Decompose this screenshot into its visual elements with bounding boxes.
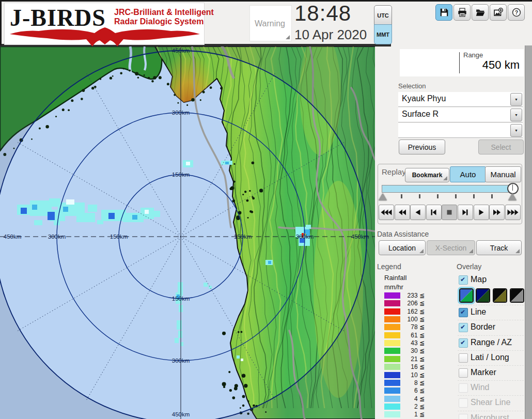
checked-checkbox[interactable] <box>459 275 468 285</box>
timeline-tick <box>455 194 457 198</box>
data-assistance-x-section-button[interactable]: X-Section <box>427 240 475 255</box>
window-left-edge <box>0 0 2 45</box>
replay-ff-fast-button[interactable] <box>489 205 505 220</box>
timeline-start-marker <box>379 193 387 200</box>
checked-checkbox[interactable] <box>459 323 468 332</box>
app-logo: J-BIRDS JRC-Brilliant & Intelligent Rada… <box>4 3 205 45</box>
legend-value: 206 ≦ <box>402 300 425 307</box>
open-folder-icon <box>476 8 485 17</box>
overlay-separator <box>458 335 524 336</box>
timezone-utc-button[interactable]: UTC <box>374 5 392 25</box>
timezone-mmt-button[interactable]: MMT <box>374 24 392 44</box>
replay-rew-fastest-button[interactable] <box>379 205 394 220</box>
replay-timeline-track[interactable] <box>382 185 517 193</box>
legend-row: 2 ≦ <box>384 404 428 410</box>
replay-auto-button[interactable]: Auto <box>450 166 486 182</box>
bookmark-button[interactable]: Bookmark <box>405 168 449 182</box>
legend-row: 30 ≦ <box>384 348 428 354</box>
legend-row: 10 ≦ <box>384 372 428 379</box>
legend-row: 43 ≦ <box>384 340 428 347</box>
unchecked-checkbox[interactable] <box>459 368 468 378</box>
data-assistance-label: Data Assistance <box>377 230 429 238</box>
legend-value: 1 ≦ <box>402 411 425 418</box>
unchecked-checkbox <box>459 383 468 393</box>
replay-play-forward-button[interactable] <box>474 205 489 220</box>
replay-timeline-handle[interactable] <box>507 183 519 194</box>
overlay-item-label: Map <box>471 275 487 284</box>
clock-time: 18:48 <box>294 1 351 26</box>
save-button[interactable] <box>435 4 452 21</box>
legend-color-swatch <box>384 387 400 394</box>
checked-checkbox[interactable] <box>459 338 468 348</box>
replay-label: Replay <box>382 167 406 176</box>
replay-step-back-button[interactable] <box>426 205 442 220</box>
overlay-item-map: Map <box>459 274 524 287</box>
range-label: Range <box>463 51 483 59</box>
chevron-down-icon[interactable] <box>510 124 522 137</box>
replay-manual-button[interactable]: Manual <box>485 166 521 182</box>
add-image-button[interactable] <box>490 4 507 21</box>
print-button[interactable] <box>453 4 471 21</box>
timeline-tick <box>419 194 420 198</box>
overlay-item-line: Line <box>459 307 524 319</box>
overlay-item-label: Microburst <box>471 413 509 419</box>
replay-play-back-button[interactable] <box>410 205 426 220</box>
ff-fastest-icon <box>507 209 519 216</box>
data-assistance-location-button[interactable]: Location <box>379 240 426 255</box>
chevron-down-icon[interactable] <box>510 93 522 106</box>
selection-product-dropdown[interactable]: Surface R <box>398 107 523 122</box>
legend-value: 8 ≦ <box>402 379 425 386</box>
legend-value: 43 ≦ <box>402 339 425 347</box>
map-style-swatches <box>459 287 524 303</box>
ff-fast-icon <box>491 209 503 216</box>
range-value: 450 km <box>482 58 520 72</box>
timeline-tick <box>401 194 402 198</box>
overlay-item-microburst: Microburst <box>459 413 524 419</box>
legend-color-swatch <box>384 348 400 354</box>
map-style-icon <box>460 289 473 302</box>
clock-date: 10 Apr 2020 <box>294 27 367 43</box>
data-assistance-track-button[interactable]: Track <box>476 240 522 255</box>
overlay-item-border: Border <box>459 322 524 334</box>
map-style-black-gray-swatch[interactable] <box>510 288 524 303</box>
legend-row: 4 ≦ <box>384 396 428 402</box>
select-button[interactable]: Select <box>478 139 524 154</box>
legend-row: 100 ≦ <box>384 316 428 323</box>
replay-ff-fastest-button[interactable] <box>505 205 521 220</box>
legend-value: 30 ≦ <box>402 347 425 354</box>
warning-button[interactable]: Warning <box>249 5 292 41</box>
help-button[interactable]: ? <box>508 4 525 21</box>
warning-label: Warning <box>255 19 285 28</box>
replay-rew-fast-button[interactable] <box>395 205 410 220</box>
map-style-dark-blue-green-swatch[interactable] <box>476 288 490 303</box>
legend-value: 2 ≦ <box>402 403 425 410</box>
ring-label: 450km <box>4 234 22 240</box>
replay-step-forward-button[interactable] <box>458 205 473 220</box>
legend-unit-mmhr: mm/hr <box>384 283 403 291</box>
chevron-down-icon[interactable] <box>510 108 522 121</box>
rew-fastest-icon <box>381 209 392 216</box>
radar-map[interactable]: 150km150km150km150km300km300km300km300km… <box>0 46 375 419</box>
previous-button[interactable]: Previous <box>399 139 445 154</box>
panel-collapse-strip[interactable] <box>525 23 532 419</box>
selection-site-dropdown[interactable]: Kyauk Phyu <box>398 92 523 107</box>
map-style-green-blue-swatch[interactable] <box>459 288 474 303</box>
legend-value: 78 ≦ <box>402 323 425 331</box>
logo-subtitle-line1: JRC-Brilliant & Intelligent <box>114 8 214 17</box>
unchecked-checkbox <box>459 414 468 419</box>
unchecked-checkbox[interactable] <box>459 353 468 363</box>
legend-row: 61 ≦ <box>384 332 428 339</box>
legend-value: 233 ≦ <box>402 292 425 299</box>
overlay-item-label: Border <box>471 322 495 332</box>
overlay-item-label: Range / AZ <box>471 338 512 347</box>
ring-label: 300km <box>172 358 190 364</box>
selection-extra-dropdown[interactable] <box>398 123 523 138</box>
overlay-item-label: Line <box>471 307 486 317</box>
legend-color-swatch <box>384 396 400 402</box>
overlay-item-label: Wind <box>471 383 489 392</box>
checked-checkbox[interactable] <box>459 308 468 317</box>
save-icon <box>440 8 449 17</box>
map-style-black-olive-swatch[interactable] <box>493 288 507 303</box>
replay-stop-button[interactable] <box>442 205 457 220</box>
open-file-button[interactable] <box>472 4 489 21</box>
